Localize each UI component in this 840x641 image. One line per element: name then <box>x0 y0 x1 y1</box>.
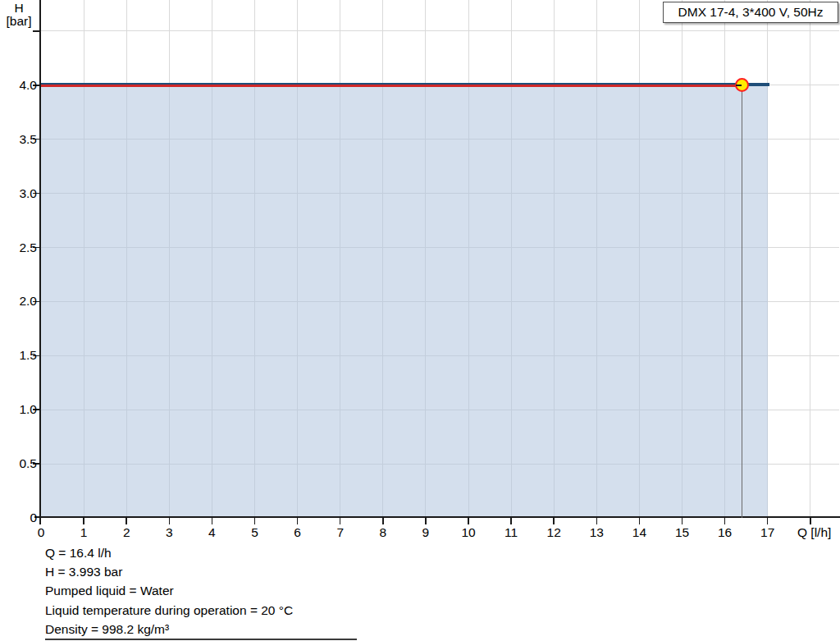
y-tick-label: 2.0 <box>4 294 37 309</box>
info-line-density: Density = 998.2 kg/m³ <box>45 620 293 639</box>
x-axis-tick <box>126 518 127 524</box>
x-tick-label: 7 <box>322 525 358 540</box>
x-tick-label: 13 <box>578 525 614 540</box>
x-tick-label: 5 <box>237 525 273 540</box>
x-axis <box>34 516 840 518</box>
x-axis-tick <box>340 518 341 524</box>
x-axis-tick <box>596 518 598 524</box>
x-axis-tick <box>553 518 555 524</box>
gridline-horizontal <box>41 30 839 31</box>
y-tick-label: 1.5 <box>4 348 37 363</box>
x-tick-label: 15 <box>664 525 701 540</box>
x-tick-label: 3 <box>151 525 187 540</box>
x-axis-tick <box>510 518 512 524</box>
y-tick-label: 3.0 <box>4 186 37 201</box>
x-tick-label: 0 <box>23 525 59 540</box>
x-axis-tick <box>83 518 84 524</box>
x-tick-label: 8 <box>365 525 401 540</box>
x-tick-label: 4 <box>194 525 230 540</box>
operating-point-notch <box>736 85 742 86</box>
info-line-head: H = 3.993 bar <box>45 562 293 581</box>
gridline-vertical <box>810 0 810 518</box>
x-axis-tick <box>297 518 299 524</box>
x-axis-tick <box>767 518 769 524</box>
info-line-liquid: Pumped liquid = Water <box>45 581 293 600</box>
x-axis-tick <box>810 518 811 524</box>
x-axis-tick <box>212 518 213 524</box>
x-axis-tick <box>724 518 726 524</box>
x-tick-label: 6 <box>280 525 316 540</box>
x-axis-title: Q [l/h] <box>797 525 831 540</box>
x-axis-tick <box>382 518 384 524</box>
legend-label: DMX 17-4, 3*400 V, 50Hz <box>678 5 824 20</box>
x-axis-tick <box>639 518 641 524</box>
x-axis-tick <box>682 518 683 524</box>
x-tick-label: 14 <box>621 525 657 540</box>
x-tick-label: 11 <box>493 525 529 540</box>
y-tick-label: 4.0 <box>4 78 37 93</box>
info-line-temperature: Liquid temperature during operation = 20… <box>45 601 293 620</box>
x-axis-tick <box>468 518 469 524</box>
x-tick-label: 12 <box>536 525 572 540</box>
y-axis <box>39 0 41 524</box>
x-axis-tick <box>425 518 427 524</box>
x-axis-tick <box>254 518 256 524</box>
y-tick-label: 3.5 <box>4 132 37 147</box>
x-tick-label: 9 <box>408 525 444 540</box>
y-tick-label: 1.0 <box>4 402 37 417</box>
bottom-divider <box>45 639 357 640</box>
y-tick-label: 2.5 <box>4 240 37 255</box>
x-tick-label: 1 <box>66 525 102 540</box>
operating-conditions-block: Q = 16.4 l/h H = 3.993 bar Pumped liquid… <box>45 543 293 639</box>
y-axis-tick <box>33 30 39 32</box>
x-tick-label: 16 <box>707 525 743 540</box>
info-line-flow: Q = 16.4 l/h <box>45 543 293 562</box>
legend-box: DMX 17-4, 3*400 V, 50Hz <box>663 2 838 23</box>
x-tick-label: 17 <box>750 525 786 540</box>
y-tick-label: 0 <box>4 511 37 525</box>
operating-segment-line <box>41 85 742 87</box>
y-tick-label: 0.5 <box>4 456 37 471</box>
allowed-operating-area <box>41 85 768 517</box>
pump-performance-chart: H [bar] 0123456789101112131415161700.51.… <box>0 0 840 641</box>
x-axis-tick <box>169 518 171 524</box>
operating-point-dropline <box>742 85 743 518</box>
x-tick-label: 10 <box>450 525 486 540</box>
x-tick-label: 2 <box>108 525 144 540</box>
